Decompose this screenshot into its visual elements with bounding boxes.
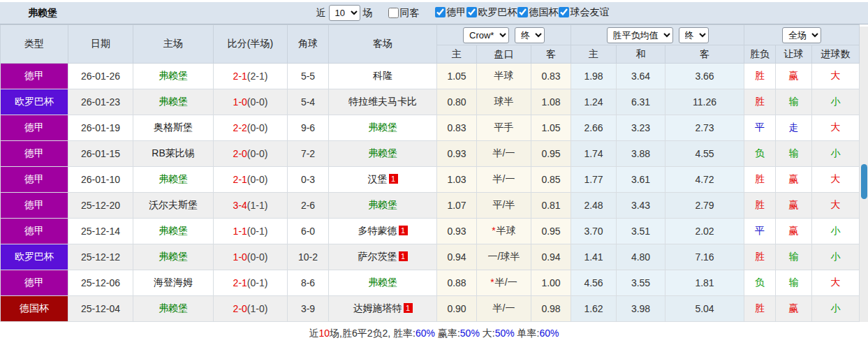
handicap-away-odds-cell: 0.95 <box>531 219 571 244</box>
competition-checkbox[interactable]: 德国杯 <box>517 6 559 19</box>
handicap-select-group: Crow* 终 <box>437 25 571 45</box>
half-time-score: (0-1) <box>247 277 268 288</box>
bookmaker-select[interactable]: Crow* <box>463 27 509 43</box>
league-cell: 德甲 <box>1 115 68 141</box>
home-team-link[interactable]: 弗赖堡 <box>159 302 188 314</box>
half-time-score: (0-1) <box>247 226 268 237</box>
home-team-cell: 奥格斯堡 <box>133 115 214 141</box>
handicap-away-odds-cell: 0.85 <box>531 167 571 193</box>
competition-checkbox-input[interactable] <box>559 7 569 17</box>
col-header-ah-result: 让球 <box>776 45 812 64</box>
competition-checkbox[interactable]: 德甲 <box>435 6 466 19</box>
footer-segment: 单率: <box>515 328 540 339</box>
away-team-link[interactable]: 弗赖堡 <box>368 199 397 210</box>
handicap-line-cell: 半/一 <box>477 296 531 322</box>
rank-badge: 1 <box>389 174 398 184</box>
wdl-result-cell: 胜 <box>744 193 776 219</box>
home-team-cell: 沃尔夫斯堡 <box>133 193 214 219</box>
same-venue-checkbox-input[interactable] <box>388 8 399 18</box>
handicap-away-odds-cell: 1.08 <box>531 89 571 115</box>
rank-badge: 1 <box>399 226 408 235</box>
col-header-type: 类型 <box>1 25 68 64</box>
bookmaker-state-select[interactable]: 终 <box>515 27 545 43</box>
goals-result-cell: 小 <box>812 244 860 270</box>
goals-result-cell: 大 <box>812 193 860 219</box>
col-header-avg-home: 主 <box>571 45 617 64</box>
home-team-link[interactable]: 弗赖堡 <box>159 225 188 236</box>
home-team-link[interactable]: 弗赖堡 <box>159 96 188 107</box>
away-team-link[interactable]: 汉堡 <box>368 173 388 184</box>
handicap-line-cell: 半球 <box>477 64 531 89</box>
date-cell: 25-12-04 <box>68 296 133 322</box>
table-row: 德甲26-01-15RB莱比锡2-0(0-0)7-2弗赖堡0.93半/一0.95… <box>1 141 860 167</box>
away-team-link[interactable]: 弗赖堡 <box>368 277 397 288</box>
avg-type-select[interactable]: 胜平负均值 <box>607 27 673 43</box>
footer-segment: 近 <box>309 328 319 339</box>
away-team-link[interactable]: 科隆 <box>373 70 392 81</box>
goals-result-cell: 小 <box>812 89 860 115</box>
handicap-home-odds-cell: 1.05 <box>437 64 477 89</box>
wdl-result-cell: 平 <box>744 115 776 141</box>
home-team-link[interactable]: 弗赖堡 <box>159 173 188 184</box>
away-team-link[interactable]: 达姆施塔特 <box>353 302 402 314</box>
home-team-link[interactable]: 沃尔夫斯堡 <box>149 199 198 210</box>
col-header-score: 比分(半场) <box>214 25 288 64</box>
competition-checkbox-input[interactable] <box>517 7 528 17</box>
away-team-cell: 特拉维夫马卡比 <box>329 89 437 115</box>
handicap-home-odds-cell: 0.94 <box>437 244 477 270</box>
competition-checkbox[interactable]: 球会友谊 <box>559 6 610 19</box>
date-cell: 25-12-06 <box>68 270 133 296</box>
avg-away-odds-cell: 3.66 <box>665 64 744 89</box>
home-team-link[interactable]: RB莱比锡 <box>152 147 194 159</box>
footer-segment: 60% <box>415 328 435 339</box>
handicap-line-text: 半/一 <box>495 277 517 288</box>
league-cell: 德甲 <box>1 141 68 167</box>
half-time-score: (0-0) <box>247 148 268 159</box>
competition-label: 德国杯 <box>529 6 559 19</box>
handicap-result-cell: 赢 <box>776 167 812 193</box>
half-time-score: (0-0) <box>247 251 268 263</box>
competition-checkbox[interactable]: 欧罗巴杯 <box>466 6 517 19</box>
home-team-link[interactable]: 弗赖堡 <box>159 70 188 81</box>
col-header-wdl: 胜负 <box>744 45 776 64</box>
half-time-score: (1-1) <box>247 200 268 211</box>
corners-cell: 9-6 <box>288 115 329 141</box>
competition-checkbox-input[interactable] <box>435 7 446 17</box>
home-team-cell: RB莱比锡 <box>133 141 214 167</box>
wdl-result-cell: 负 <box>744 141 776 167</box>
avg-home-odds-cell: 1.77 <box>571 167 617 193</box>
away-team-link[interactable]: 弗赖堡 <box>368 122 397 133</box>
competition-checkbox-input[interactable] <box>466 7 477 17</box>
home-team-link[interactable]: 奥格斯堡 <box>154 122 193 133</box>
scrollbar-track[interactable] <box>860 27 868 322</box>
away-team-link[interactable]: 多特蒙德 <box>358 225 397 236</box>
half-time-score: (0-0) <box>247 96 268 108</box>
home-team-link[interactable]: 弗赖堡 <box>159 251 188 262</box>
table-row: 德甲25-12-06海登海姆2-1(0-1)8-6弗赖堡0.88*半/一1.00… <box>1 270 860 296</box>
same-venue-checkbox[interactable]: 同客 <box>388 7 420 20</box>
line-changed-star: * <box>492 225 495 236</box>
date-cell: 25-12-12 <box>68 244 133 270</box>
matches-label: 场 <box>363 7 373 20</box>
handicap-away-odds-cell: 1.05 <box>531 115 571 141</box>
away-team-link[interactable]: 弗赖堡 <box>368 147 397 159</box>
stats-table: 类型 日期 主场 比分(半场) 角球 客场 Crow* 终 胜平负均值 <box>0 24 860 322</box>
score-cell: 1-1(0-1) <box>214 219 288 244</box>
score-cell: 2-0(1-0) <box>214 296 288 322</box>
home-team-link[interactable]: 海登海姆 <box>154 277 193 288</box>
handicap-home-odds-cell: 0.90 <box>437 296 477 322</box>
col-header-handicap-home: 主 <box>437 45 477 64</box>
wdl-result-cell: 胜 <box>744 89 776 115</box>
league-cell: 德甲 <box>1 64 68 89</box>
competition-label: 德甲 <box>447 6 466 19</box>
scrollbar-thumb[interactable] <box>861 164 867 199</box>
half-time-score: (0-0) <box>247 174 268 185</box>
avg-state-select[interactable]: 终 <box>679 27 709 43</box>
wdl-result-cell: 胜 <box>744 64 776 89</box>
recent-count-select[interactable]: 10 <box>329 5 360 21</box>
scope-select[interactable]: 全场 <box>782 27 821 43</box>
league-cell: 德甲 <box>1 167 68 193</box>
full-time-score: 2-1 <box>233 174 247 185</box>
away-team-link[interactable]: 萨尔茨堡 <box>358 251 397 262</box>
away-team-link[interactable]: 特拉维夫马卡比 <box>348 96 417 107</box>
